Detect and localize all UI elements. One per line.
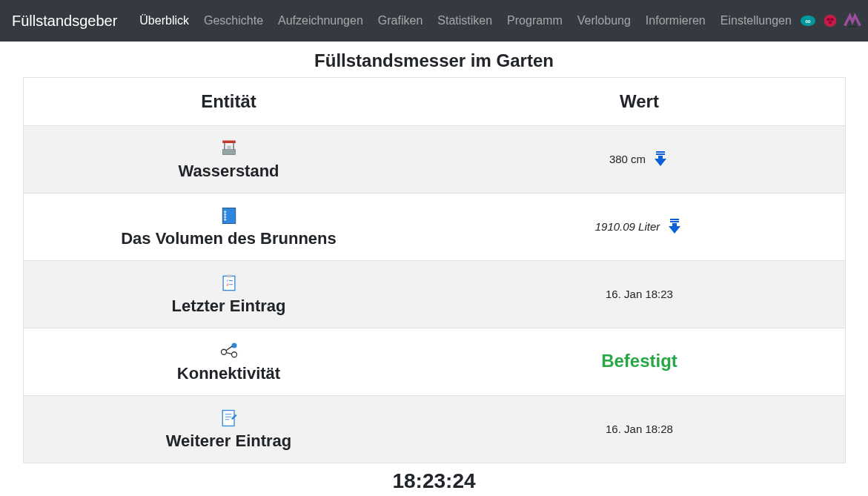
arduino-icon[interactable]: ∞ <box>799 12 817 30</box>
svg-point-31 <box>231 352 236 357</box>
svg-point-30 <box>231 343 236 348</box>
overview-table: Entität Wert Wasserstand 380 cm <box>23 77 846 463</box>
table-header-row: Entität Wert <box>23 78 845 126</box>
svg-text:∞: ∞ <box>805 17 810 25</box>
svg-rect-24 <box>226 275 231 278</box>
nav-item-statistiken[interactable]: Statistiken <box>430 8 500 33</box>
entity-label: Wasserstand <box>178 162 279 181</box>
nav-item-grafiken[interactable]: Grafiken <box>371 8 430 33</box>
header-value: Wert <box>434 78 846 126</box>
arrow-down-icon <box>652 150 669 168</box>
network-icon <box>217 339 241 363</box>
svg-rect-7 <box>222 141 236 144</box>
sigfox-icon[interactable]: sigfox <box>844 12 861 30</box>
nav-item-aufzeichnungen[interactable]: Aufzeichnungen <box>271 8 371 33</box>
nav-item-einstellungen[interactable]: Einstellungen <box>713 8 799 33</box>
brand[interactable]: Füllstandsgeber <box>12 13 132 30</box>
nav-links: Überblick Geschichte Aufzeichnungen Graf… <box>132 8 799 33</box>
svg-rect-23 <box>223 276 235 290</box>
value-next-entry: 16. Jan 18:28 <box>606 423 673 435</box>
clipboard-icon: ✓✗ <box>217 271 241 295</box>
value-wasserstand: 380 cm <box>609 153 646 165</box>
nav-item-uberblick[interactable]: Überblick <box>132 8 196 33</box>
volume-icon <box>217 204 241 228</box>
entity-label: Konnektivität <box>177 364 280 383</box>
nav-item-programm[interactable]: Programm <box>500 8 570 33</box>
svg-point-5 <box>829 21 832 24</box>
arrow-down-icon <box>666 217 683 235</box>
nav-item-informieren[interactable]: Informieren <box>638 8 713 33</box>
note-icon <box>217 406 241 430</box>
svg-rect-9 <box>233 143 234 150</box>
clock: 18:23:24 <box>0 463 868 496</box>
value-last-entry: 16. Jan 18:23 <box>606 288 673 300</box>
nav-icons: ∞ sigfox <box>799 12 861 30</box>
nav-item-geschichte[interactable]: Geschichte <box>196 8 271 33</box>
svg-line-33 <box>226 353 231 354</box>
table-row: Weiterer Eintrag 16. Jan 18:28 <box>23 396 845 463</box>
table-row: ✓✗ Letzter Eintrag 16. Jan 18:23 <box>23 261 845 328</box>
table-row: Konnektivität Befestigt <box>23 328 845 396</box>
header-entity: Entität <box>23 78 434 126</box>
entity-label: Letzter Eintrag <box>171 297 285 316</box>
value-connectivity: Befestigt <box>601 351 677 371</box>
svg-point-29 <box>221 349 226 354</box>
svg-point-4 <box>830 18 833 21</box>
svg-point-3 <box>826 18 829 21</box>
entity-label: Das Volumen des Brunnens <box>121 229 337 248</box>
svg-rect-8 <box>224 143 225 150</box>
value-volume: 1910.09 Liter <box>595 220 660 233</box>
navbar: Füllstandsgeber Überblick Geschichte Auf… <box>0 0 868 42</box>
svg-rect-22 <box>670 221 679 222</box>
svg-rect-21 <box>670 219 679 220</box>
svg-rect-11 <box>227 146 231 149</box>
svg-rect-13 <box>656 153 665 155</box>
raspberry-icon[interactable] <box>821 12 839 30</box>
svg-rect-12 <box>656 151 665 153</box>
entity-label: Weiterer Eintrag <box>166 431 292 451</box>
table-row: Das Volumen des Brunnens 1910.09 Liter <box>23 194 845 261</box>
well-icon <box>217 136 241 160</box>
svg-rect-14 <box>222 208 236 224</box>
svg-text:sigfox: sigfox <box>848 24 857 28</box>
svg-point-2 <box>824 15 837 27</box>
svg-rect-10 <box>222 150 236 155</box>
svg-line-32 <box>225 346 232 351</box>
page-title: Füllstandsmesser im Garten <box>0 42 868 77</box>
table-row: Wasserstand 380 cm <box>23 126 845 194</box>
nav-item-verlobung[interactable]: Verlobung <box>570 8 638 33</box>
svg-text:✗: ✗ <box>225 282 228 287</box>
